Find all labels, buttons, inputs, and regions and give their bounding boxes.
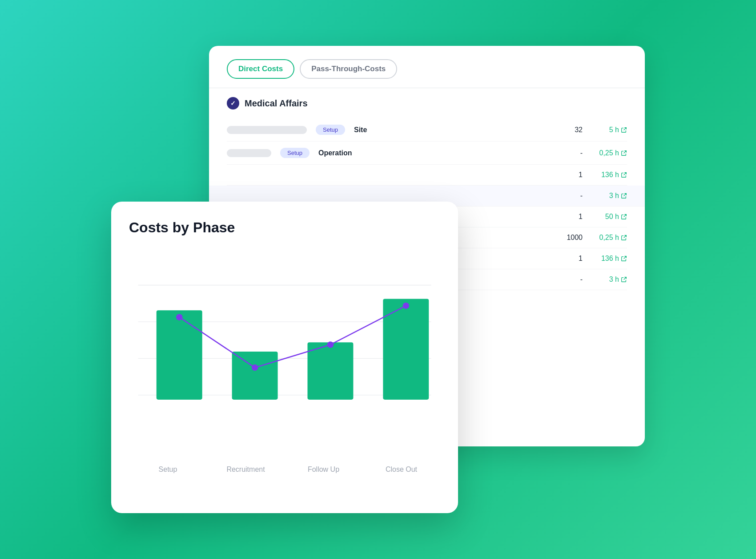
dot-closeout bbox=[403, 303, 409, 309]
row-num-6: 1000 bbox=[556, 234, 583, 242]
ext-link-icon bbox=[621, 193, 627, 199]
ext-link-icon bbox=[621, 214, 627, 220]
table-row: 1 136 h bbox=[227, 165, 627, 186]
pass-through-costs-tab[interactable]: Pass-Through-Costs bbox=[300, 59, 397, 79]
row-hours-3: 136 h bbox=[591, 171, 627, 179]
row-num-4: - bbox=[556, 192, 583, 200]
x-label-followup: Follow Up bbox=[285, 466, 362, 474]
chart-title: Costs by Phase bbox=[129, 219, 440, 236]
x-label-recruitment: Recruitment bbox=[207, 466, 285, 474]
chart-card: Costs by Phase bbox=[111, 202, 458, 513]
ext-link-icon bbox=[621, 255, 627, 262]
row-hours-2: 0,25 h bbox=[591, 149, 627, 157]
row-hours-6: 0,25 h bbox=[591, 234, 627, 242]
row-hours-4: 3 h bbox=[591, 192, 627, 200]
row-hours-7: 136 h bbox=[591, 255, 627, 263]
row-bar-2 bbox=[227, 149, 271, 157]
row-hours-8: 3 h bbox=[591, 275, 627, 284]
bar-setup bbox=[157, 310, 202, 400]
table-row: Setup Site 32 5 h bbox=[227, 118, 627, 142]
row-hours-5: 50 h bbox=[591, 213, 627, 221]
row-num-1: 32 bbox=[556, 126, 583, 134]
ext-link-icon bbox=[621, 276, 627, 283]
section-title: Medical Affairs bbox=[245, 98, 308, 109]
row-label-1: Site bbox=[354, 126, 547, 134]
ext-link-icon bbox=[621, 172, 627, 178]
row-num-7: 1 bbox=[556, 255, 583, 263]
bar-followup bbox=[307, 342, 353, 400]
phase-badge-1: Setup bbox=[316, 125, 345, 135]
ext-link-icon bbox=[621, 235, 627, 241]
ext-link-icon bbox=[621, 150, 627, 156]
row-hours-1: 5 h bbox=[591, 126, 627, 134]
chart-svg bbox=[129, 249, 440, 458]
row-num-3: 1 bbox=[556, 171, 583, 179]
phase-badge-2: Setup bbox=[280, 148, 310, 158]
section-icon: ✓ bbox=[227, 97, 239, 109]
row-num-5: 1 bbox=[556, 213, 583, 221]
chart-area: Setup Recruitment Follow Up Close Out bbox=[129, 249, 440, 495]
x-labels: Setup Recruitment Follow Up Close Out bbox=[129, 460, 440, 474]
ext-link-icon bbox=[621, 127, 627, 133]
row-num-2: - bbox=[556, 149, 583, 157]
row-bar-1 bbox=[227, 126, 307, 134]
section-header: ✓ Medical Affairs bbox=[209, 88, 645, 118]
bar-recruitment bbox=[232, 352, 278, 400]
dot-recruitment bbox=[252, 365, 258, 371]
x-label-setup: Setup bbox=[129, 466, 207, 474]
dot-setup bbox=[176, 314, 182, 320]
direct-costs-tab[interactable]: Direct Costs bbox=[227, 59, 294, 79]
row-label-2: Operation bbox=[318, 149, 547, 157]
tabs-container: Direct Costs Pass-Through-Costs bbox=[209, 46, 645, 88]
row-num-8: - bbox=[556, 275, 583, 284]
dot-followup bbox=[327, 341, 334, 348]
x-label-closeout: Close Out bbox=[362, 466, 440, 474]
table-row: Setup Operation - 0,25 h bbox=[227, 142, 627, 165]
